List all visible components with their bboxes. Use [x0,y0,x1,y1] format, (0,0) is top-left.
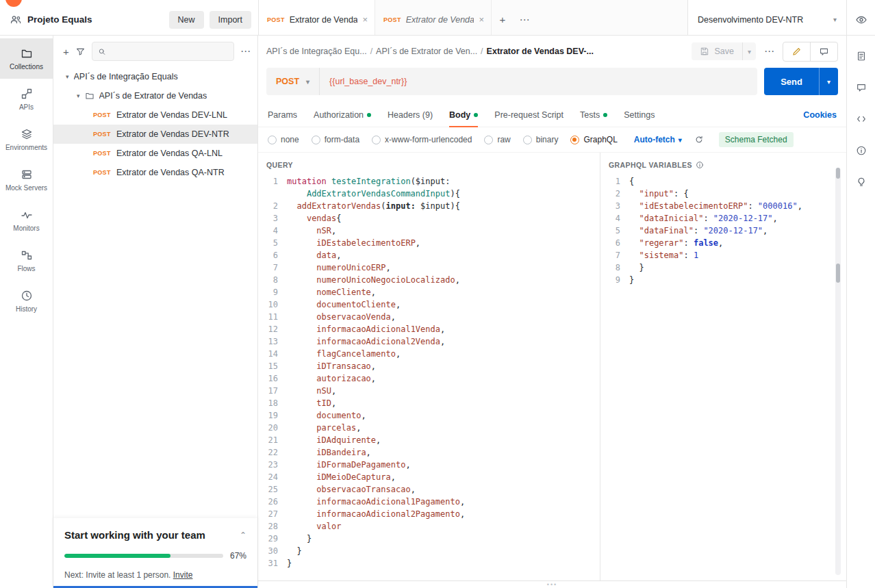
tab-options-icon[interactable]: ⋯ [513,0,535,35]
documentation-button[interactable] [856,51,867,62]
code-line[interactable]: 15 iDTransacao, [266,360,600,372]
code-line[interactable]: 17 nSU, [266,385,600,397]
code-line[interactable]: 29 } [266,533,600,545]
request-info-button[interactable] [856,145,867,156]
search-input[interactable] [110,46,228,57]
code-line[interactable]: 3 vendas{ [266,212,600,225]
save-button[interactable]: Save [692,42,742,60]
request-tab-preview[interactable]: POST Extrator de Vendas DEV × [375,0,492,35]
code-line[interactable]: 23 iDFormaDePagamento, [266,459,600,471]
chevron-down-icon[interactable]: ▾ [66,73,69,80]
code-line[interactable]: 1{ [609,175,828,188]
code-line[interactable]: 28 valor [266,520,600,533]
scrollbar-thumb[interactable] [836,264,840,283]
scrollbar-track[interactable] [835,168,841,575]
code-line[interactable]: 12 informacaoAdicional1Venda, [266,323,600,335]
code-line[interactable]: 10 documentoCliente, [266,298,600,311]
code-line[interactable]: 16 autorizacao, [266,372,600,385]
sidebar-item-monitors[interactable]: Monitors [0,200,53,240]
pull-requests-button[interactable] [856,177,867,188]
tab-pre-request-script[interactable]: Pre-request Script [494,103,563,127]
code-line[interactable]: 4 nSR, [266,225,600,237]
add-collection-button[interactable]: + [63,46,69,57]
code-line[interactable]: 24 iDMeioDeCaptura, [266,471,600,483]
workspace-name[interactable]: Projeto Equals [27,14,92,25]
environment-selector[interactable]: Desenvolvimento DEV-NTR ▾ [687,0,846,35]
tab-tests[interactable]: Tests [580,103,607,127]
body-type-binary[interactable]: binary [523,135,559,144]
code-line[interactable]: 31} [266,557,600,570]
request-item-selected[interactable]: POST Extrator de Vendas DEV-NTR [53,125,257,144]
code-line[interactable]: 5 "dataFinal": "2020-12-17", [609,225,828,237]
body-type-urlencoded[interactable]: x-www-form-urlencoded [372,135,472,144]
invite-link[interactable]: Invite [173,570,193,580]
sidebar-item-apis[interactable]: APIs [0,79,53,119]
new-tab-button[interactable]: + [492,0,513,35]
code-snippet-button[interactable] [856,114,867,125]
method-dropdown[interactable]: POST ▾ [266,68,320,95]
chevron-down-icon[interactable]: ▾ [77,92,80,99]
autofetch-dropdown[interactable]: Auto-fetch ▾ [634,135,682,144]
send-button[interactable]: Send [764,68,819,95]
code-line[interactable]: 8 numeroUnicoNegocioLocalizado, [266,274,600,286]
code-line[interactable]: 27 informacaoAdicional2Pagamento, [266,508,600,520]
code-line[interactable]: 6 data, [266,249,600,261]
request-tab-active[interactable]: POST Extrator de Vendas DEV × [259,0,375,35]
tab-body[interactable]: Body [449,103,478,127]
code-line[interactable]: 2 "input": { [609,188,828,200]
code-line[interactable]: 11 observacaoVenda, [266,311,600,323]
collapse-icon[interactable]: ⌃ [240,531,246,540]
code-line[interactable]: 18 tID, [266,397,600,409]
send-options-chevron[interactable]: ▾ [819,68,838,95]
new-button[interactable]: New [169,11,204,29]
code-line[interactable]: 21 iDAdquirente, [266,434,600,446]
tab-params[interactable]: Params [268,103,297,127]
variables-editor[interactable]: 1{2 "input": {3 "idEstabelecimentoERP": … [609,175,828,580]
comments-button[interactable] [810,42,837,61]
collection-folder[interactable]: ▾ API´s de Extrator de Vendas [53,86,257,105]
code-line[interactable]: 1mutation testeIntegration($input: AddEx… [266,175,600,200]
code-line[interactable]: 9 nomeCliente, [266,286,600,298]
cookies-link[interactable]: Cookies [803,110,837,120]
tab-authorization[interactable]: Authorization [314,103,371,127]
query-editor[interactable]: 1mutation testeIntegration($input: AddEx… [266,175,600,580]
code-line[interactable]: 20 parcelas, [266,422,600,434]
code-line[interactable]: 7 numeroUnicoERP, [266,261,600,274]
code-line[interactable]: 7 "sistema": 1 [609,249,828,261]
url-input[interactable]: {{url_base_dev_ntr}} [320,77,416,86]
filter-icon[interactable] [75,47,86,57]
code-line[interactable]: 5 iDEstabelecimentoERP, [266,237,600,249]
sidebar-search[interactable] [92,42,234,61]
code-line[interactable]: 9} [609,274,828,286]
scrollbar-thumb[interactable] [836,168,840,179]
sidebar-item-history[interactable]: History [0,281,53,321]
save-options-chevron[interactable]: ▾ [742,42,756,60]
code-line[interactable]: 2 addExtratorVendas(input: $input){ [266,200,600,212]
tab-settings[interactable]: Settings [624,103,655,127]
sidebar-item-flows[interactable]: Flows [0,240,53,281]
request-options-icon[interactable]: ⋯ [764,45,774,57]
collection-root[interactable]: ▾ API´s de Integração Equals [53,67,257,86]
refresh-icon[interactable] [694,135,704,144]
sidebar-options-icon[interactable]: ⋯ [240,45,251,57]
code-line[interactable]: 13 informacaoAdicional2Venda, [266,335,600,348]
code-line[interactable]: 4 "dataInicial": "2020-12-17", [609,212,828,225]
code-line[interactable]: 30 } [266,545,600,557]
code-line[interactable]: 22 iDBandeira, [266,446,600,459]
body-type-graphql[interactable]: GraphQL [570,135,617,144]
import-button[interactable]: Import [210,11,251,29]
sidebar-item-collections[interactable]: Collections [0,38,53,79]
sidebar-item-mock-servers[interactable]: Mock Servers [0,159,53,200]
sidebar-item-environments[interactable]: Environments [0,119,53,159]
request-item[interactable]: POST Extrator de Vendas QA-LNL [53,144,257,163]
code-line[interactable]: 8 } [609,261,828,274]
body-type-form-data[interactable]: form-data [312,135,359,144]
close-icon[interactable]: × [362,14,368,25]
body-type-none[interactable]: none [268,135,299,144]
body-type-raw[interactable]: raw [484,135,510,144]
close-icon[interactable]: × [479,14,484,25]
code-line[interactable]: 26 informacaoAdicional1Pagamento, [266,496,600,508]
breadcrumb-folder[interactable]: API´s de Extrator de Ven... [376,47,477,56]
code-line[interactable]: 3 "idEstabelecimentoERP": "000016", [609,200,828,212]
comments-panel-button[interactable] [856,82,867,93]
